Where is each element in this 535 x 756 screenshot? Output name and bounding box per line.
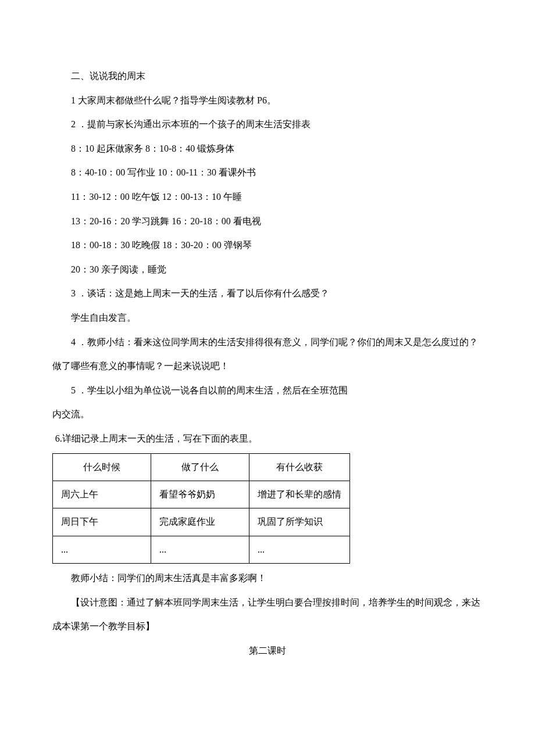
cell-time-2: 周日下午	[53, 508, 151, 536]
paragraph-6: 6.详细记录上周末一天的生活，写在下面的表里。	[52, 427, 483, 451]
paragraph-5: 5 ．学生以小组为单位说一说各自以前的周末生活，然后在全班范围	[52, 378, 483, 403]
weekend-table: 什么时候 做了什么 有什么收获 周六上午 看望爷爷奶奶 增进了和长辈的感情 周日…	[52, 453, 483, 564]
cell-time-1: 周六上午	[53, 481, 151, 508]
cell-activity-2: 完成家庭作业	[151, 508, 249, 536]
cell-gain-2: 巩固了所学知识	[249, 508, 350, 536]
table-header-row: 什么时候 做了什么 有什么收获	[53, 453, 350, 481]
schedule-line-4: 13：20-16：20 学习跳舞 16：20-18：00 看电视	[52, 209, 483, 234]
table-row: ... ... ...	[53, 536, 350, 563]
paragraph-2: 2 ．提前与家长沟通出示本班的一个孩子的周末生活安排表	[52, 112, 483, 137]
weekend-record-table: 什么时候 做了什么 有什么收获 周六上午 看望爷爷奶奶 增进了和长辈的感情 周日…	[52, 453, 350, 564]
header-time: 什么时候	[53, 453, 151, 481]
paragraph-1: 1 大家周末都做些什么呢？指导学生阅读教材 P6。	[52, 88, 483, 113]
paragraph-4: 4 ．教师小结：看来这位同学周末的生活安排得很有意义，同学们呢？你们的周末又是怎…	[52, 330, 483, 378]
header-activity: 做了什么	[151, 453, 249, 481]
design-intent: 【设计意图：通过了解本班同学周末生活，让学生明白要合理按排时间，培养学生的时间观…	[52, 590, 483, 639]
header-gain: 有什么收获	[249, 453, 350, 481]
second-class-title: 第二课时	[52, 639, 483, 663]
schedule-line-3: 11：30-12：00 吃午饭 12：00-13：10 午睡	[52, 185, 483, 209]
table-row: 周日下午 完成家庭作业 巩固了所学知识	[53, 508, 350, 536]
schedule-line-5: 18：00-18：30 吃晚假 18：30-20：00 弹钢琴	[52, 233, 483, 257]
table-row: 周六上午 看望爷爷奶奶 增进了和长辈的感情	[53, 481, 350, 508]
schedule-line-6: 20：30 亲子阅读，睡觉	[52, 257, 483, 282]
paragraph-3: 3 ．谈话：这是她上周末一天的生活，看了以后你有什么感受？	[52, 281, 483, 306]
section-heading: 二、说说我的周末	[52, 64, 483, 88]
cell-activity-1: 看望爷爷奶奶	[151, 481, 249, 508]
cell-gain-1: 增进了和长辈的感情	[249, 481, 350, 508]
schedule-line-1: 8：10 起床做家务 8：10-8：40 锻炼身体	[52, 137, 483, 161]
cell-time-3: ...	[53, 536, 151, 563]
paragraph-5b: 内交流。	[52, 402, 483, 427]
cell-activity-3: ...	[151, 536, 249, 563]
paragraph-3b: 学生自由发言。	[52, 306, 483, 330]
teacher-summary: 教师小结：同学们的周末生活真是丰富多彩啊！	[52, 566, 483, 590]
document-page: 二、说说我的周末 1 大家周末都做些什么呢？指导学生阅读教材 P6。 2 ．提前…	[0, 0, 535, 697]
schedule-line-2: 8：40-10：00 写作业 10：00-11：30 看课外书	[52, 160, 483, 185]
cell-gain-3: ...	[249, 536, 350, 563]
